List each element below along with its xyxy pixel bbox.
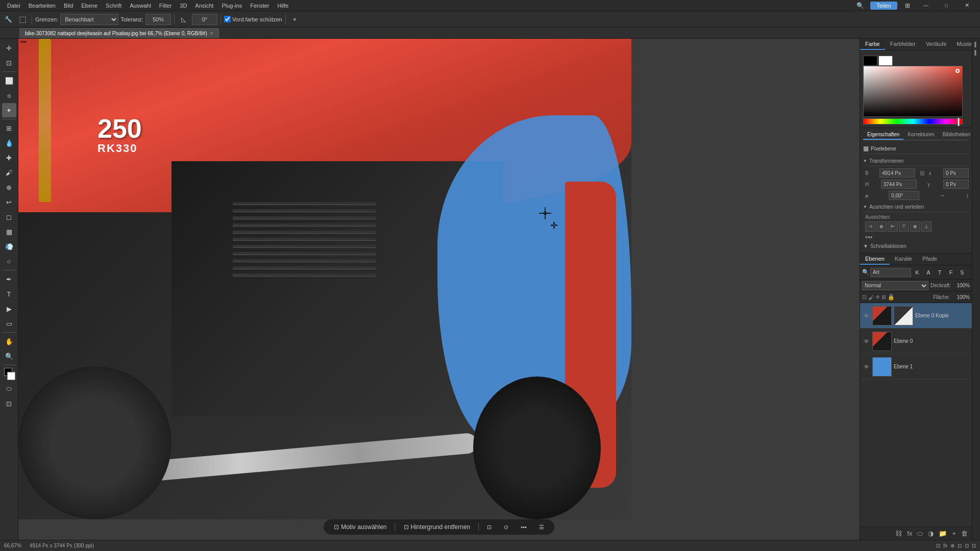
- props-tab-bibliotheken[interactable]: Bibliotheken: [939, 130, 972, 140]
- blur-tool[interactable]: 💨: [2, 239, 16, 254]
- tab-verlaeufe[interactable]: Verläufe: [921, 39, 951, 50]
- tab-farbe[interactable]: Farbe: [860, 39, 885, 50]
- menu-datei[interactable]: Datei: [3, 0, 24, 11]
- hand-tool[interactable]: ✋: [2, 334, 16, 348]
- eyedropper-tool[interactable]: 💧: [2, 136, 16, 150]
- vordfarbe-check-label[interactable]: Vord.farbe schützen: [224, 16, 282, 22]
- strip-icon-2[interactable]: ▌: [973, 49, 980, 56]
- layer-add-style-btn[interactable]: fx: [905, 529, 914, 538]
- props-tab-korrekturen[interactable]: Korrekturen: [903, 130, 938, 140]
- flip-v-btn[interactable]: ↕: [966, 192, 969, 198]
- y-input[interactable]: [943, 180, 969, 189]
- sample-btn[interactable]: ⌖: [289, 13, 301, 26]
- screen-mode-tool[interactable]: ⊡: [2, 396, 16, 411]
- file-tab[interactable]: bike-3073082 nattapol deejitwasin auf Pi…: [19, 28, 219, 38]
- menu-bearbeiten[interactable]: Bearbeiten: [24, 0, 60, 11]
- vordfarbe-checkbox[interactable]: [224, 16, 231, 22]
- align-right-btn[interactable]: ⊢: [888, 221, 898, 232]
- more-align-btn[interactable]: •••: [865, 233, 969, 241]
- tab-farbfelder[interactable]: Farbfelder: [885, 39, 921, 50]
- quick-select-tool-side[interactable]: ✦: [2, 103, 16, 117]
- menu-schrift[interactable]: Schrift: [102, 0, 126, 11]
- close-btn[interactable]: ✕: [957, 0, 977, 11]
- tool-preset-btn[interactable]: 🔧: [2, 13, 14, 26]
- align-top-btn[interactable]: ⊤: [899, 221, 909, 232]
- color-spectrum[interactable]: [863, 66, 963, 117]
- canvas-extra-btn4[interactable]: ☰: [535, 522, 548, 532]
- schnellaktionen-header[interactable]: ▼ Schnellaktionen: [863, 241, 969, 251]
- menu-fenster[interactable]: Fenster: [246, 0, 273, 11]
- share-button[interactable]: Teilen: [870, 2, 897, 10]
- tab-pfade[interactable]: Pfade: [917, 254, 942, 265]
- color-switcher[interactable]: [2, 367, 16, 381]
- align-center-h-btn[interactable]: ⊕: [876, 221, 887, 232]
- motiv-select-btn[interactable]: ⊡ Motiv auswählen: [330, 522, 390, 532]
- transformieren-header[interactable]: ▼ Transformieren: [863, 156, 969, 166]
- layer-filter-kind-btn[interactable]: K: [912, 267, 922, 278]
- layer-1-visibility-btn[interactable]: 👁: [862, 337, 870, 345]
- dodge-tool[interactable]: ○: [2, 254, 16, 268]
- lock-image-btn[interactable]: 🖌: [868, 294, 874, 300]
- layer-0-visibility-btn[interactable]: 👁: [862, 312, 870, 320]
- move-tool[interactable]: ✛: [2, 41, 16, 55]
- healing-tool[interactable]: ✚: [2, 151, 16, 165]
- layer-new-btn[interactable]: +: [950, 529, 958, 538]
- workspace-btn[interactable]: ⊞: [901, 0, 914, 12]
- path-select-tool[interactable]: ▶: [2, 302, 16, 316]
- layer-link-btn[interactable]: ⛓: [893, 529, 904, 538]
- history-tool[interactable]: ↩: [2, 195, 16, 209]
- menu-hilfe[interactable]: Hilfe: [273, 0, 292, 11]
- menu-plugins[interactable]: Plug-ins: [217, 0, 246, 11]
- flip-h-btn[interactable]: ↔: [940, 192, 945, 198]
- layer-filter-smart-btn[interactable]: S: [957, 267, 967, 278]
- h-input[interactable]: [881, 180, 917, 189]
- lock-all-btn[interactable]: 🔒: [888, 294, 895, 300]
- foreground-swatch[interactable]: [863, 56, 877, 66]
- layer-filter-attr-btn[interactable]: A: [923, 267, 934, 278]
- layer-blend-mode-select[interactable]: Normal Multiplizieren Abdunkeln Aufhelle…: [862, 281, 928, 290]
- zoom-tool[interactable]: 🔍: [2, 349, 16, 363]
- tab-kanaele[interactable]: Kanäle: [890, 254, 917, 265]
- menu-ansicht[interactable]: Ansicht: [191, 0, 217, 11]
- layers-search-input[interactable]: [870, 268, 911, 277]
- brush-tool[interactable]: 🖌: [2, 165, 16, 180]
- canvas-area[interactable]: 250 RK330: [18, 39, 860, 540]
- search-btn[interactable]: 🔍: [854, 0, 866, 12]
- stamp-tool[interactable]: ⊕: [2, 180, 16, 194]
- toleranz-input[interactable]: [145, 14, 171, 25]
- pen-tool[interactable]: ✒: [2, 272, 16, 286]
- hintergrund-remove-btn[interactable]: ⊡ Hintergrund entfernen: [400, 522, 475, 532]
- strip-icon-1[interactable]: ▌: [973, 41, 980, 48]
- canvas-extra-btn1[interactable]: ⊡: [483, 522, 496, 532]
- menu-ebene[interactable]: Ebene: [77, 0, 102, 11]
- background-swatch[interactable]: [878, 56, 893, 66]
- angle-prop-input[interactable]: [889, 191, 919, 200]
- artboard-tool[interactable]: ⊡: [2, 56, 16, 70]
- canvas-extra-btn2[interactable]: ⊙: [500, 522, 512, 532]
- lock-pos-btn[interactable]: ✛: [875, 294, 880, 300]
- ausrichten-header[interactable]: ▼ Ausrichten und verteilen: [863, 202, 969, 212]
- tab-close-btn[interactable]: ×: [210, 31, 213, 36]
- grenzen-select[interactable]: Benachbart Nicht benachbart: [60, 14, 118, 25]
- tab-ebenen[interactable]: Ebenen: [860, 254, 890, 265]
- menu-auswahl[interactable]: Auswahl: [126, 0, 155, 11]
- menu-bild[interactable]: Bild: [60, 0, 77, 11]
- shape-tool[interactable]: ▭: [2, 316, 16, 331]
- layer-add-mask-btn[interactable]: ⬭: [915, 529, 925, 539]
- gradient-tool[interactable]: ▦: [2, 224, 16, 239]
- layer-group-btn[interactable]: 📁: [937, 529, 949, 538]
- layer-item-0[interactable]: 👁 Ebene 0 Kopie: [860, 303, 972, 329]
- menu-filter[interactable]: Filter: [155, 0, 176, 11]
- tab-muster[interactable]: Muster: [951, 39, 972, 50]
- link-icon[interactable]: ⛓: [920, 170, 925, 176]
- align-left-btn[interactable]: ⊣: [865, 221, 875, 232]
- maximize-btn[interactable]: □: [936, 0, 957, 11]
- layer-2-visibility-btn[interactable]: 👁: [862, 363, 870, 371]
- quick-mask-tool[interactable]: ⬭: [2, 382, 16, 396]
- menu-3d[interactable]: 3D: [176, 0, 191, 11]
- quick-select-tool[interactable]: ⬚: [16, 13, 29, 26]
- layer-adjustment-btn[interactable]: ◑: [926, 529, 936, 538]
- x-input[interactable]: [943, 168, 969, 178]
- marquee-tool[interactable]: ⬜: [2, 73, 16, 88]
- b-input[interactable]: [879, 168, 915, 178]
